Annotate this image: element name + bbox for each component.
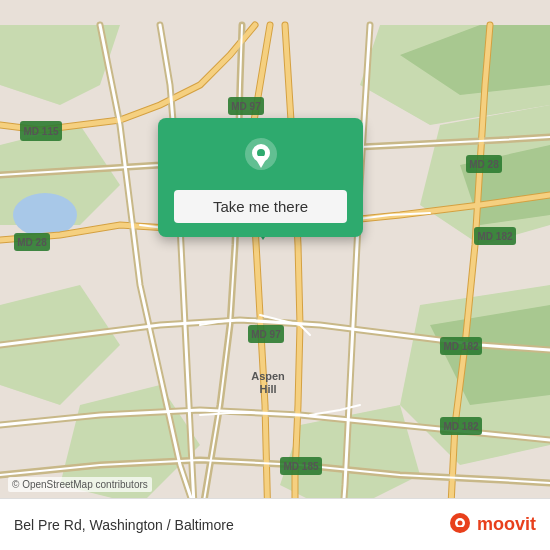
svg-text:MD 28: MD 28 [469,159,499,170]
svg-text:MD 182: MD 182 [443,341,478,352]
svg-text:Aspen: Aspen [251,370,285,382]
popup-card: Take me there [158,118,363,237]
take-me-there-button[interactable]: Take me there [174,190,347,223]
location-pin-icon [239,136,283,180]
moovit-text: moovit [477,514,536,535]
svg-text:MD 97: MD 97 [231,101,261,112]
moovit-icon [446,511,474,539]
svg-text:MD 97: MD 97 [251,329,281,340]
svg-text:MD 28: MD 28 [17,237,47,248]
svg-text:MD 182: MD 182 [477,231,512,242]
svg-point-34 [257,149,265,157]
svg-text:MD 115: MD 115 [23,126,58,137]
map-svg: MD 115 MD 28 MD 28 MD 97 MD 97 MD 182 MD… [0,0,550,550]
svg-text:MD 185: MD 185 [283,461,318,472]
map-container: MD 115 MD 28 MD 28 MD 97 MD 97 MD 182 MD… [0,0,550,550]
bottom-bar: Bel Pre Rd, Washington / Baltimore moovi… [0,498,550,550]
moovit-logo: moovit [446,511,536,539]
address-label: Bel Pre Rd, Washington / Baltimore [14,517,234,533]
svg-text:MD 182: MD 182 [443,421,478,432]
svg-text:Hill: Hill [259,383,276,395]
map-attribution: © OpenStreetMap contributors [8,477,152,492]
svg-point-38 [457,520,462,525]
